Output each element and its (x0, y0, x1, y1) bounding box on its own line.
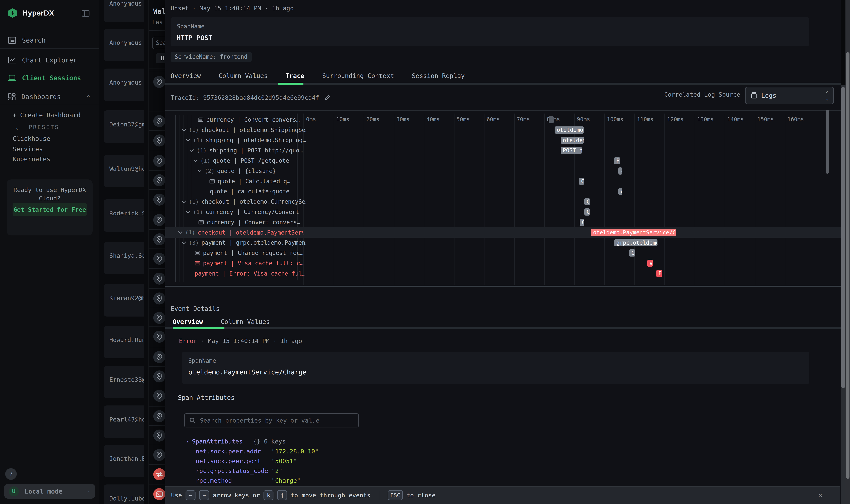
location-pin-icon[interactable] (153, 214, 165, 226)
chevron-down-icon[interactable] (197, 169, 202, 173)
panel-scrollbar-thumb[interactable] (841, 87, 845, 388)
span-bar[interactable]: E (656, 270, 662, 277)
waterfall-row[interactable]: (1)currency | Currency/ConvertC (165, 207, 841, 217)
location-pin-icon[interactable] (153, 351, 165, 363)
trace-tree-cell[interactable]: (1)shipping | POST http://quo… (189, 145, 303, 156)
session-card[interactable]: Anonymous (104, 69, 144, 101)
attribute-key[interactable]: rpc.grpc.status_code (196, 467, 272, 474)
session-card[interactable]: Deion37@gm (104, 110, 144, 143)
waterfall-row[interactable]: quote | calculate-quotec (165, 186, 841, 197)
location-pin-icon[interactable] (153, 273, 165, 285)
highlighted-button[interactable]: H (156, 53, 165, 63)
location-pin-icon[interactable] (153, 134, 165, 146)
sidebar-preset-services[interactable]: Services (13, 145, 43, 152)
chevron-down-icon[interactable] (189, 149, 194, 152)
span-bar[interactable]: oteldemo. (555, 126, 584, 133)
service-name-chip[interactable]: ServiceName: frontend (170, 52, 252, 62)
attributes-root-row[interactable]: ▾ SpanAttributes {} 6 keys (186, 438, 286, 445)
presets-toggle[interactable]: ⌄ PRESETS (16, 124, 59, 130)
event-details-tab-overview[interactable]: Overview (173, 318, 203, 325)
session-card[interactable]: Kieran92@h (104, 284, 144, 317)
session-card[interactable]: Anonymous (104, 29, 144, 61)
trace-tree-cell[interactable]: (1)checkout | oteldemo.ShippingSe… (182, 125, 307, 135)
waterfall-row[interactable]: (1)checkout | oteldemo.PaymentServi…otel… (165, 228, 841, 238)
sidebar-collapse-icon[interactable] (82, 10, 89, 17)
session-card[interactable]: Pearl43@ho (104, 406, 144, 438)
user-menu[interactable]: U Local mode › (4, 484, 95, 499)
span-bar[interactable] (549, 116, 554, 123)
location-pin-icon[interactable] (153, 155, 165, 167)
location-pin-icon[interactable] (153, 331, 165, 343)
navigation-swap-icon[interactable] (153, 468, 165, 480)
span-bar[interactable]: C (584, 209, 590, 216)
span-bar[interactable]: oteldem (561, 137, 584, 144)
log-source-select[interactable]: Logs ⌃⌄ (745, 87, 834, 104)
waterfall-row[interactable]: payment | Visa cache full: c…V (165, 258, 841, 268)
trace-tree-cell[interactable]: quote | Calculated q… (209, 176, 290, 186)
get-started-button[interactable]: Get Started for Free (13, 203, 87, 216)
location-pin-icon[interactable] (153, 371, 165, 382)
location-pin-icon[interactable] (153, 410, 165, 422)
waterfall-row[interactable]: payment | Error: Visa cache ful…E (165, 268, 841, 279)
location-pin-icon[interactable] (153, 312, 165, 324)
trace-tree-cell[interactable]: (1)currency | Currency/Convert (186, 207, 299, 217)
waterfall-row[interactable]: currency | Convert convers… (165, 114, 841, 125)
tab-column-values[interactable]: Column Values (218, 72, 268, 79)
attribute-key[interactable]: net.sock.peer.port (196, 457, 272, 465)
span-bar[interactable]: V (647, 260, 653, 267)
span-bar[interactable]: grpc.oteldemo. (614, 239, 657, 247)
panel-scrollbar[interactable] (841, 85, 846, 504)
sidebar-item-client-sessions[interactable]: Client Sessions (0, 70, 100, 86)
trace-tree-cell[interactable]: currency | Convert convers… (198, 217, 300, 228)
waterfall-row[interactable]: (3)payment | grpc.oteldemo.Paymen…grpc.o… (165, 238, 841, 248)
location-pin-icon[interactable] (153, 253, 165, 265)
help-button[interactable]: ? (5, 468, 17, 480)
trace-tree-cell[interactable]: (1)checkout | oteldemo.CurrencySe… (182, 197, 307, 207)
trace-tree-cell[interactable]: (3)payment | grpc.oteldemo.Paymen… (182, 238, 307, 248)
sidebar-item-chart-explorer[interactable]: Chart Explorer (0, 52, 100, 68)
waterfall-scrollbar-thumb[interactable] (826, 110, 829, 174)
window-scrollbar[interactable] (846, 0, 850, 504)
waterfall-row[interactable]: (1)shipping | oteldemo.Shipping…oteldem (165, 135, 841, 145)
chevron-down-icon[interactable] (178, 231, 183, 234)
span-bar[interactable]: C (579, 178, 584, 185)
session-card[interactable]: Dolly.Lubo (104, 484, 144, 504)
session-search-input[interactable]: Sea (152, 37, 165, 49)
attribute-key[interactable]: net.sock.peer.addr (196, 448, 272, 455)
span-bar[interactable]: P (614, 157, 620, 164)
create-dashboard-button[interactable]: + Create Dashboard (13, 111, 80, 119)
location-pin-icon[interactable] (153, 390, 165, 402)
terminal-error-icon[interactable] (153, 488, 165, 500)
trace-tree-cell[interactable]: (1)shipping | oteldemo.Shipping… (186, 135, 306, 145)
waterfall-row[interactable]: payment | Charge request rec…C (165, 248, 841, 258)
attributes-search-input[interactable]: Search properties by key or value (184, 413, 359, 428)
span-bar[interactable]: C (580, 219, 584, 226)
chevron-down-icon[interactable] (186, 211, 191, 214)
session-card[interactable]: Ernesto33@ (104, 366, 144, 398)
event-details-tab-column-values[interactable]: Column Values (221, 318, 270, 325)
trace-tree-cell[interactable]: (1)checkout | oteldemo.PaymentServi… (178, 228, 304, 238)
trace-tree-cell[interactable]: payment | Error: Visa cache ful… (195, 268, 306, 279)
tab-surrounding-context[interactable]: Surrounding Context (322, 72, 394, 79)
session-card[interactable]: Jonathan.B (104, 445, 144, 477)
location-pin-icon[interactable] (153, 233, 165, 245)
edit-pencil-icon[interactable] (324, 94, 331, 101)
sidebar-preset-clickhouse[interactable]: Clickhouse (13, 135, 50, 142)
trace-tree-cell[interactable]: quote | calculate-quote (210, 186, 289, 197)
trace-tree-cell[interactable]: payment | Charge request rec… (195, 248, 304, 258)
waterfall-row[interactable]: currency | Convert convers…C (165, 217, 841, 228)
chevron-down-icon[interactable] (186, 139, 191, 142)
waterfall-row[interactable]: (2)quote | {closure}{ (165, 166, 841, 176)
location-pin-icon[interactable] (153, 430, 165, 442)
window-scrollbar-thumb[interactable] (846, 52, 849, 479)
location-pin-icon[interactable] (153, 194, 165, 205)
trace-tree-cell[interactable]: (2)quote | {closure} (197, 166, 276, 176)
session-card[interactable]: Walton9@ho (104, 155, 144, 187)
span-bar[interactable]: { (618, 167, 622, 175)
waterfall-row[interactable]: (1)checkout | oteldemo.CurrencySe…C (165, 197, 841, 207)
chevron-down-icon[interactable] (193, 159, 198, 162)
location-pin-icon[interactable] (153, 115, 165, 127)
chevron-down-icon[interactable] (182, 241, 186, 244)
waterfall-row[interactable]: (1)checkout | oteldemo.ShippingSe…otelde… (165, 125, 841, 135)
tab-session-replay[interactable]: Session Replay (412, 72, 465, 79)
